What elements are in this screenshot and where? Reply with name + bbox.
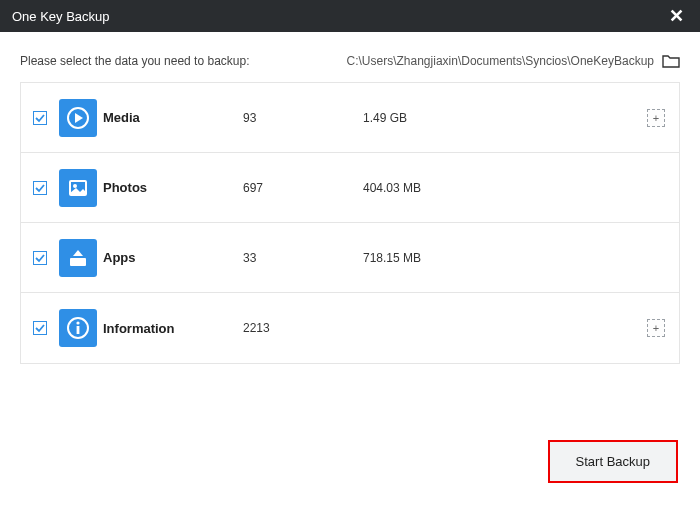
category-row-information: Information 2213 + [21, 293, 679, 363]
apps-icon [59, 239, 97, 277]
category-list: Media 93 1.49 GB + Photos 697 404.03 MB … [20, 82, 680, 364]
category-size: 1.49 GB [363, 111, 633, 125]
header: Please select the data you need to backu… [0, 32, 700, 82]
media-icon [59, 99, 97, 137]
checkbox-photos[interactable] [33, 181, 47, 195]
category-count: 33 [243, 251, 363, 265]
category-row-media: Media 93 1.49 GB + [21, 83, 679, 153]
info-icon [59, 309, 97, 347]
category-count: 93 [243, 111, 363, 125]
category-label: Media [103, 110, 243, 125]
category-label: Apps [103, 250, 243, 265]
svg-point-2 [73, 184, 77, 188]
start-backup-button[interactable]: Start Backup [548, 440, 678, 483]
category-row-apps: Apps 33 718.15 MB [21, 223, 679, 293]
category-label: Photos [103, 180, 243, 195]
category-row-photos: Photos 697 404.03 MB [21, 153, 679, 223]
backup-path: C:\Users\Zhangjiaxin\Documents\Syncios\O… [347, 54, 680, 68]
titlebar: One Key Backup ✕ [0, 0, 700, 32]
checkbox-apps[interactable] [33, 251, 47, 265]
expand-information-icon[interactable]: + [647, 319, 665, 337]
category-size: 718.15 MB [363, 251, 633, 265]
folder-browse-icon[interactable] [662, 54, 680, 68]
expand-media-icon[interactable]: + [647, 109, 665, 127]
checkbox-information[interactable] [33, 321, 47, 335]
category-label: Information [103, 321, 243, 336]
checkbox-media[interactable] [33, 111, 47, 125]
photos-icon [59, 169, 97, 207]
category-count: 2213 [243, 321, 363, 335]
backup-path-text: C:\Users\Zhangjiaxin\Documents\Syncios\O… [347, 54, 654, 68]
footer: Start Backup [548, 440, 678, 483]
svg-rect-3 [70, 258, 86, 266]
category-count: 697 [243, 181, 363, 195]
window-title: One Key Backup [12, 9, 110, 24]
close-icon[interactable]: ✕ [665, 5, 688, 27]
category-size: 404.03 MB [363, 181, 633, 195]
svg-point-5 [76, 321, 79, 324]
instruction-text: Please select the data you need to backu… [20, 54, 250, 68]
svg-rect-6 [77, 326, 80, 334]
